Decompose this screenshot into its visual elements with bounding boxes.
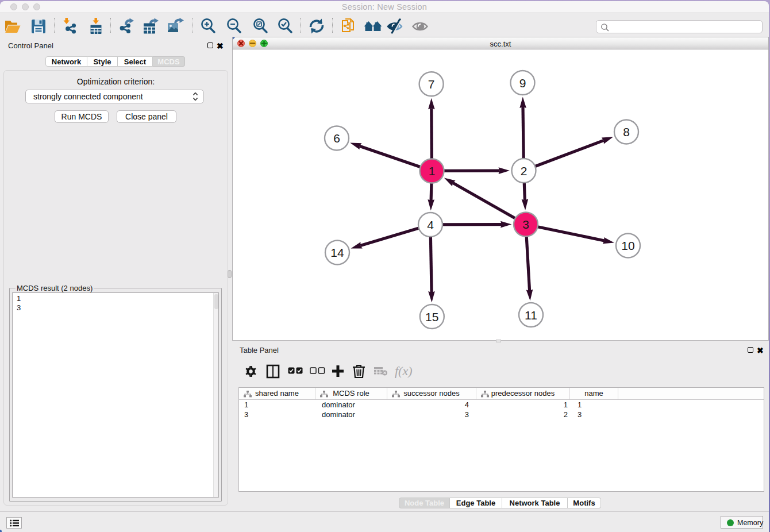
svg-text:7: 7: [428, 78, 435, 91]
svg-text:1: 1: [429, 164, 436, 178]
svg-text:3: 3: [522, 218, 529, 231]
svg-text:11: 11: [525, 309, 537, 322]
svg-text:6: 6: [333, 132, 340, 145]
svg-text:2: 2: [521, 164, 528, 178]
svg-text:8: 8: [623, 125, 630, 138]
svg-text:4: 4: [427, 218, 434, 232]
svg-text:9: 9: [519, 76, 526, 90]
svg-text:10: 10: [621, 239, 634, 252]
svg-text:15: 15: [425, 310, 438, 323]
svg-text:14: 14: [330, 246, 344, 259]
